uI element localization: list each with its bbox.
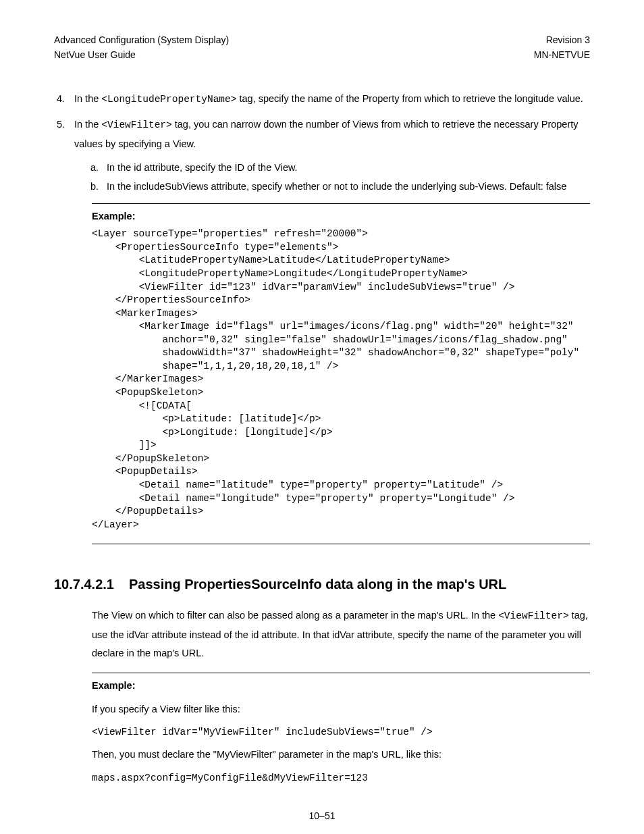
section-title: Passing PropertiesSourceInfo data along … <box>129 574 506 594</box>
page-header: Advanced Configuration (System Display) … <box>54 32 590 63</box>
sub-item-a: In the id attribute, specify the ID of t… <box>101 159 590 178</box>
text: In the <box>74 93 101 104</box>
header-left-2: NetVue User Guide <box>54 47 229 62</box>
instruction-item-5: In the <ViewFilter> tag, you can narrow … <box>68 115 590 196</box>
instruction-item-4: In the <LongitudePropertyName> tag, spec… <box>68 90 590 109</box>
inline-code: <ViewFilter> <box>498 610 568 621</box>
header-left-1: Advanced Configuration (System Display) <box>54 32 229 47</box>
sub-item-b: In the includeSubViews attribute, specif… <box>101 178 590 197</box>
example-block-2: Example: <box>92 673 590 694</box>
section-number: 10.7.4.2.1 <box>54 574 114 594</box>
inline-code: <ViewFilter> <box>101 120 171 130</box>
example-intro: If you specify a View filter like this: <box>92 700 590 719</box>
section-heading: 10.7.4.2.1 Passing PropertiesSourceInfo … <box>54 574 590 594</box>
example-then: Then, you must declare the "MyViewFilter… <box>92 746 590 764</box>
sub-list: In the id attribute, specify the ID of t… <box>101 159 590 196</box>
text: In the <box>74 119 101 130</box>
header-right-2: MN-NETVUE <box>534 47 590 62</box>
text: The View on which to filter can also be … <box>92 610 498 621</box>
text: tag, specify the name of the Property fr… <box>236 93 583 104</box>
paragraph: The View on which to filter can also be … <box>92 606 590 663</box>
instruction-list: In the <LongitudePropertyName> tag, spec… <box>68 90 590 197</box>
example-block-1: Example: <Layer sourceType="properties" … <box>92 203 590 545</box>
inline-code: <LongitudePropertyName> <box>101 94 236 105</box>
header-right-1: Revision 3 <box>534 32 590 47</box>
page-number: 10–51 <box>54 809 590 823</box>
code-line: <ViewFilter idVar="MyViewFilter" include… <box>92 725 590 739</box>
example-label: Example: <box>92 209 590 224</box>
code-block: <Layer sourceType="properties" refresh="… <box>92 228 590 531</box>
example-label: Example: <box>92 679 590 694</box>
code-line: maps.aspx?config=MyConfigFile&dMyViewFil… <box>92 771 590 785</box>
